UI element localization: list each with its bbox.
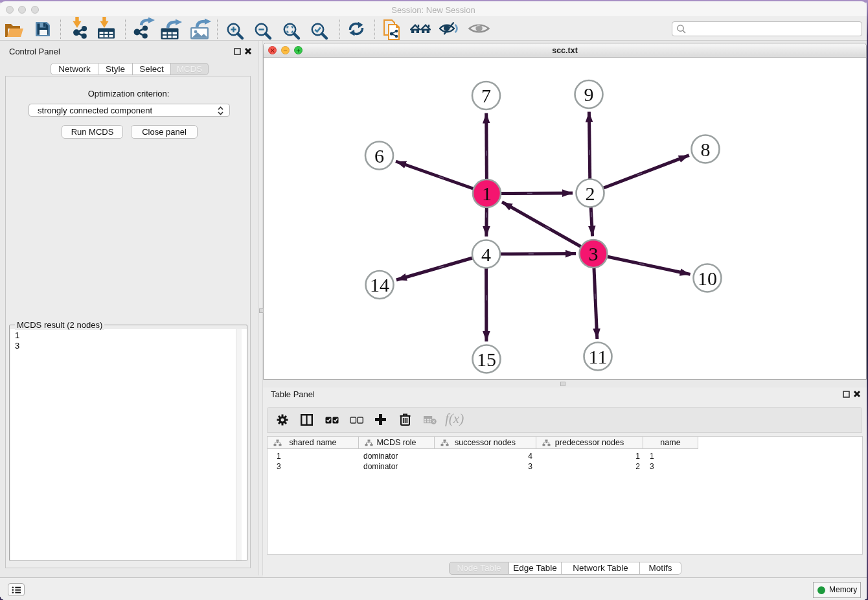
svg-text:10: 10 <box>698 268 717 289</box>
svg-text:1: 1 <box>482 183 492 204</box>
svg-text:4: 4 <box>481 244 491 265</box>
svg-text:7: 7 <box>481 85 491 106</box>
svg-text:14: 14 <box>370 274 389 295</box>
svg-text:3: 3 <box>589 243 599 264</box>
svg-text:11: 11 <box>589 346 608 367</box>
svg-text:6: 6 <box>374 145 384 167</box>
svg-text:15: 15 <box>477 349 496 370</box>
svg-text:8: 8 <box>701 139 711 160</box>
svg-text:2: 2 <box>586 183 595 204</box>
svg-text:9: 9 <box>584 84 594 105</box>
